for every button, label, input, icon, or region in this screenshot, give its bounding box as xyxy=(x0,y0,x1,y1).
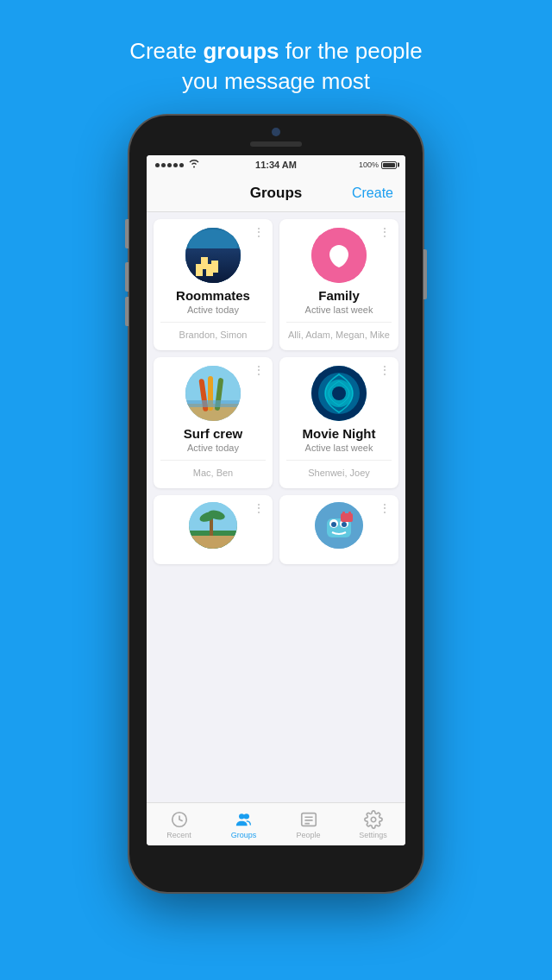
group-members-family: Alli, Adam, Megan, Mike xyxy=(288,330,390,340)
svg-rect-40 xyxy=(348,512,351,515)
svg-rect-11 xyxy=(210,256,212,259)
avatar-roommates xyxy=(185,228,241,283)
tab-recent[interactable]: Recent xyxy=(147,810,211,839)
status-time: 11:34 AM xyxy=(255,160,297,170)
headline-bold: groups xyxy=(203,38,279,64)
phone-top xyxy=(129,116,423,147)
card-menu-partial-2[interactable]: ⋮ xyxy=(379,502,392,514)
group-name-movie: Movie Night xyxy=(303,426,376,441)
avatar-family xyxy=(311,228,367,283)
list-icon xyxy=(299,810,318,829)
svg-point-1 xyxy=(189,229,237,261)
svg-rect-28 xyxy=(189,536,237,549)
status-bar: 11:34 AM 100% xyxy=(147,155,405,174)
svg-rect-10 xyxy=(215,252,217,254)
svg-point-43 xyxy=(243,814,248,819)
svg-rect-6 xyxy=(194,256,197,259)
group-name-roommates: Roommates xyxy=(176,288,250,303)
tab-bar: Recent Groups People xyxy=(147,802,405,845)
svg-rect-2 xyxy=(185,261,241,283)
group-members-movie: Shenwei, Joey xyxy=(308,468,370,478)
svg-rect-12 xyxy=(215,256,217,259)
group-card-surf[interactable]: ⋮ Surf crew Active today Mac, Ben xyxy=(154,357,273,488)
battery-percent: 100% xyxy=(359,160,379,169)
tab-people[interactable]: People xyxy=(276,810,341,839)
group-card-movie[interactable]: ⋮ Movie Night Active last week Shenw xyxy=(279,357,398,488)
battery-icon xyxy=(381,161,397,169)
signal-dot-3 xyxy=(167,163,172,167)
page-headline: Create groups for the peopleyou message … xyxy=(95,36,457,97)
nav-bar: Groups Create xyxy=(147,174,405,212)
svg-rect-3 xyxy=(192,254,203,271)
gear-icon xyxy=(364,810,383,829)
tab-label-recent: Recent xyxy=(166,831,191,839)
svg-rect-7 xyxy=(198,256,201,259)
wifi-icon xyxy=(189,160,199,170)
avatar-beach xyxy=(189,502,237,549)
svg-rect-9 xyxy=(210,252,212,254)
tab-label-people: People xyxy=(296,831,320,839)
divider-surf xyxy=(160,460,266,461)
speaker xyxy=(250,141,302,147)
signal-dot-4 xyxy=(173,163,178,167)
card-menu-movie[interactable]: ⋮ xyxy=(379,364,392,376)
signal-area xyxy=(155,160,199,170)
svg-rect-21 xyxy=(185,400,241,407)
group-members-surf: Mac, Ben xyxy=(193,468,233,478)
camera xyxy=(272,128,280,136)
tab-groups[interactable]: Groups xyxy=(211,810,276,839)
group-name-family: Family xyxy=(318,288,360,303)
clock-icon xyxy=(170,810,189,829)
divider-roommates xyxy=(160,322,266,323)
svg-rect-5 xyxy=(225,255,234,271)
screen: 11:34 AM 100% Groups Create ⋮ xyxy=(147,155,405,845)
divider-family xyxy=(286,322,392,323)
tab-label-settings: Settings xyxy=(359,831,387,839)
avatar-cartoon xyxy=(315,502,363,549)
tab-label-groups: Groups xyxy=(231,831,257,839)
card-menu-surf[interactable]: ⋮ xyxy=(253,364,266,376)
group-activity-movie: Active last week xyxy=(305,443,373,453)
battery-area: 100% xyxy=(359,160,397,169)
avatar-movie xyxy=(311,366,367,421)
groups-icon xyxy=(235,810,254,829)
group-activity-surf: Active today xyxy=(187,443,239,453)
create-button[interactable]: Create xyxy=(352,185,393,201)
group-card-roommates[interactable]: ⋮ xyxy=(154,219,273,350)
svg-point-42 xyxy=(239,814,244,819)
svg-rect-8 xyxy=(194,261,197,263)
svg-rect-38 xyxy=(341,513,353,522)
group-card-family[interactable]: ⋮ Family Active last week Alli, Adam, Me… xyxy=(279,219,398,350)
svg-point-36 xyxy=(331,522,336,527)
card-menu-roommates[interactable]: ⋮ xyxy=(253,226,266,238)
svg-rect-14 xyxy=(227,262,229,265)
groups-grid: ⋮ xyxy=(147,212,405,802)
card-menu-partial-1[interactable]: ⋮ xyxy=(253,502,266,514)
svg-rect-4 xyxy=(208,249,220,271)
group-name-surf: Surf crew xyxy=(184,426,242,441)
group-activity-roommates: Active today xyxy=(187,305,239,315)
group-activity-family: Active last week xyxy=(305,305,373,315)
signal-dot-1 xyxy=(155,163,160,167)
phone-shell: 11:34 AM 100% Groups Create ⋮ xyxy=(129,116,423,892)
signal-dot-5 xyxy=(179,163,184,167)
avatar-surf xyxy=(185,366,241,421)
divider-movie xyxy=(286,460,392,461)
card-menu-family[interactable]: ⋮ xyxy=(379,226,392,238)
signal-dot-2 xyxy=(161,163,166,167)
group-card-partial-2[interactable]: ⋮ xyxy=(279,495,398,564)
svg-rect-13 xyxy=(227,258,229,261)
svg-point-25 xyxy=(332,386,346,400)
svg-point-48 xyxy=(371,817,376,822)
group-card-partial-1[interactable]: ⋮ xyxy=(154,495,273,564)
svg-rect-39 xyxy=(342,512,345,515)
tab-settings[interactable]: Settings xyxy=(341,810,405,839)
group-members-roommates: Brandon, Simon xyxy=(179,330,248,340)
nav-title: Groups xyxy=(250,185,302,202)
svg-point-37 xyxy=(342,522,347,527)
